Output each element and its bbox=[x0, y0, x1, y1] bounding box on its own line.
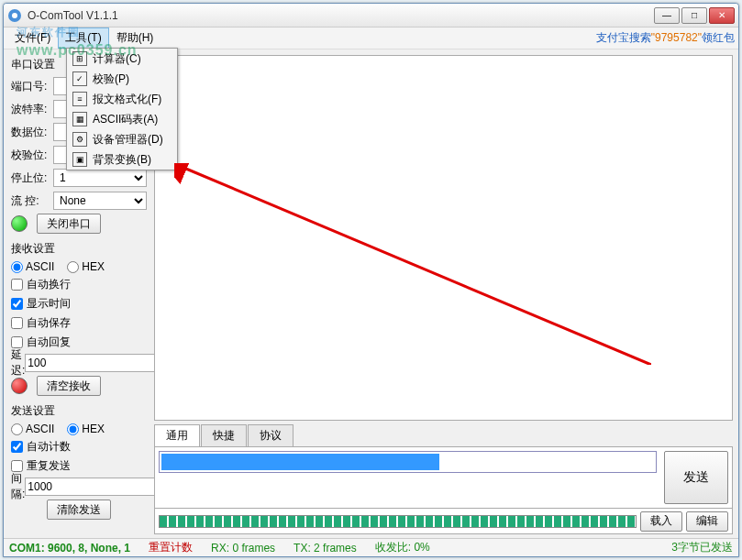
flow-label: 流 控: bbox=[11, 193, 53, 209]
status-sent: 3字节已发送 bbox=[671, 540, 733, 555]
baud-label: 波特率: bbox=[11, 102, 53, 117]
app-window: O-ComTool V1.1.1 — □ ✕ 文件(F) 工具(T) 帮助(H)… bbox=[3, 3, 739, 557]
rx-led-icon bbox=[11, 378, 28, 394]
menubar: 文件(F) 工具(T) 帮助(H) 支付宝搜索"9795782"领红包 bbox=[4, 27, 738, 49]
tab-quick[interactable]: 快捷 bbox=[201, 424, 247, 446]
flow-select[interactable]: None bbox=[53, 192, 147, 210]
port-label: 端口号: bbox=[11, 79, 53, 94]
titlebar: O-ComTool V1.1.1 — □ ✕ bbox=[4, 4, 738, 27]
edit-button[interactable]: 编辑 bbox=[686, 511, 728, 532]
window-buttons: — □ ✕ bbox=[654, 7, 735, 24]
interval-label: 间隔: bbox=[11, 471, 25, 502]
menu-verify[interactable]: ✓校验(P) bbox=[67, 69, 177, 89]
menu-help[interactable]: 帮助(H) bbox=[109, 27, 161, 49]
menu-device-manager[interactable]: ⚙设备管理器(D) bbox=[67, 129, 177, 149]
svg-point-1 bbox=[12, 13, 17, 18]
menu-tools[interactable]: 工具(T) bbox=[58, 27, 108, 49]
delay-label: 延迟: bbox=[11, 347, 25, 379]
load-button[interactable]: 载入 bbox=[640, 511, 682, 532]
statusbar: COM1: 9600, 8, None, 1 重置计数 RX: 0 frames… bbox=[4, 538, 738, 556]
window-title: O-ComTool V1.1.1 bbox=[28, 9, 654, 22]
app-icon bbox=[7, 8, 22, 23]
parity-label: 校验位: bbox=[11, 148, 53, 163]
status-port: COM1: 9600, 8, None, 1 bbox=[9, 542, 130, 555]
format-icon: ≡ bbox=[72, 92, 87, 106]
stop-select[interactable]: 1 bbox=[53, 169, 147, 187]
time-checkbox[interactable] bbox=[11, 298, 23, 310]
minimize-button[interactable]: — bbox=[654, 7, 680, 24]
save-checkbox[interactable] bbox=[11, 317, 23, 329]
promo-text: 支付宝搜索"9795782"领红包 bbox=[596, 30, 735, 46]
reset-count-link[interactable]: 重置计数 bbox=[149, 540, 193, 555]
menu-ascii[interactable]: ▦ASCII码表(A) bbox=[67, 109, 177, 129]
bg-icon: ▣ bbox=[72, 152, 87, 167]
maximize-button[interactable]: □ bbox=[681, 7, 707, 24]
status-rx-frames: RX: 0 frames bbox=[211, 542, 275, 555]
check-icon: ✓ bbox=[72, 71, 87, 86]
send-input[interactable] bbox=[159, 451, 657, 473]
tab-protocol[interactable]: 协议 bbox=[248, 424, 293, 446]
menu-file[interactable]: 文件(F) bbox=[7, 27, 58, 49]
close-button[interactable]: ✕ bbox=[709, 7, 735, 24]
close-port-button[interactable]: 关闭串口 bbox=[37, 214, 101, 234]
reply-checkbox[interactable] bbox=[11, 336, 23, 348]
tools-dropdown: ⊞计算器(C) ✓校验(P) ≡报文格式化(F) ▦ASCII码表(A) ⚙设备… bbox=[66, 48, 178, 170]
tx-group-title: 发送设置 bbox=[11, 403, 147, 419]
grid-icon: ▦ bbox=[72, 112, 87, 126]
clear-rx-button[interactable]: 清空接收 bbox=[37, 376, 101, 396]
menu-calculator[interactable]: ⊞计算器(C) bbox=[67, 49, 177, 69]
send-pane: 通用 快捷 协议 发送 载入 编辑 bbox=[154, 424, 733, 534]
tab-general[interactable]: 通用 bbox=[154, 424, 200, 446]
data-label: 数据位: bbox=[11, 125, 53, 140]
tx-hex-radio[interactable]: HEX bbox=[67, 423, 105, 435]
status-ratio: 收发比: 0% bbox=[375, 540, 430, 555]
status-tx-frames: TX: 2 frames bbox=[293, 542, 357, 555]
repeat-checkbox[interactable] bbox=[11, 460, 23, 472]
rx-hex-radio[interactable]: HEX bbox=[67, 260, 105, 273]
main-area: 通用 快捷 协议 发送 载入 编辑 bbox=[154, 49, 738, 538]
stop-label: 停止位: bbox=[11, 170, 53, 186]
port-led-icon bbox=[11, 215, 28, 232]
send-button[interactable]: 发送 bbox=[664, 451, 728, 504]
delay-input[interactable] bbox=[25, 354, 154, 372]
wrap-checkbox[interactable] bbox=[11, 279, 23, 291]
rx-group-title: 接收设置 bbox=[11, 241, 147, 257]
receive-textarea[interactable] bbox=[154, 55, 733, 421]
clear-tx-button[interactable]: 清除发送 bbox=[47, 500, 111, 520]
rx-ascii-radio[interactable]: ASCII bbox=[11, 260, 54, 273]
tx-ascii-radio[interactable]: ASCII bbox=[11, 423, 54, 435]
menu-format[interactable]: ≡报文格式化(F) bbox=[67, 89, 177, 109]
count-checkbox[interactable] bbox=[11, 441, 23, 453]
gear-icon: ⚙ bbox=[72, 132, 87, 147]
calc-icon: ⊞ bbox=[72, 51, 87, 66]
menu-background[interactable]: ▣背景变换(B) bbox=[67, 149, 177, 170]
interval-input[interactable] bbox=[25, 478, 154, 496]
progress-bar bbox=[159, 515, 637, 528]
